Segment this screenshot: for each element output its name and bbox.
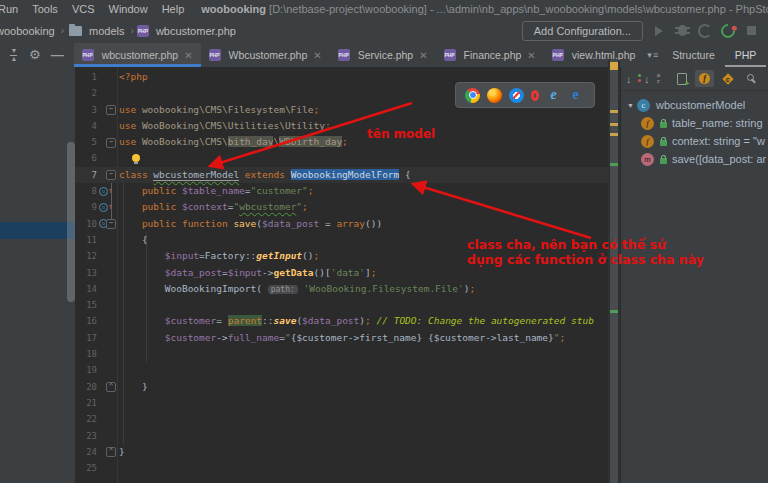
code-line-25[interactable]: 25 <box>75 460 608 476</box>
code-token: full_name <box>228 332 279 343</box>
tree-item[interactable]: msave([data_post: ar <box>621 150 768 168</box>
fold-start-icon[interactable]: − <box>106 170 116 180</box>
tool-tab-php[interactable]: PHP <box>725 43 767 67</box>
chevron-down-icon[interactable]: ▼ <box>627 102 637 109</box>
code-token: $input <box>165 250 199 261</box>
breadcrumb-folder[interactable]: models <box>86 23 127 39</box>
hide-panel-icon[interactable]: — <box>51 50 64 60</box>
code-line-17[interactable]: 17 $customer->full_name="{$customer->fir… <box>75 330 608 346</box>
tree-root-class[interactable]: ▼cwbcustomerModel <box>621 96 768 114</box>
line-number: 10 <box>75 216 99 232</box>
ie-browser-icon[interactable]: e <box>546 88 561 103</box>
class-icon: c <box>637 99 650 112</box>
close-icon[interactable]: ✕ <box>527 50 535 61</box>
code-token: extends <box>245 169 285 180</box>
safari-browser-icon[interactable] <box>509 88 524 103</box>
code-line-21[interactable]: 21 <box>75 395 608 411</box>
firefox-browser-icon[interactable] <box>487 88 502 103</box>
menu-item-tools[interactable]: Tools <box>25 3 65 15</box>
tab-label: view.html.php <box>572 49 636 61</box>
breadcrumb-file[interactable]: wbcustomer.php <box>153 23 239 39</box>
code-line-20[interactable]: 20⌃ } <box>75 379 608 395</box>
override-marker-icon[interactable]: o <box>99 187 108 196</box>
editor-tab-Service.php[interactable]: PHPService.php✕ <box>330 43 436 67</box>
intention-bulb-icon[interactable] <box>132 154 140 162</box>
code-text <box>119 150 608 166</box>
code-line-15[interactable]: 15 <box>75 297 608 313</box>
listen-debug-icon[interactable] <box>721 24 735 38</box>
php-file-icon: PHP <box>552 49 564 61</box>
file-status-warning-mark <box>610 62 618 70</box>
code-text: } <box>119 379 608 395</box>
add-configuration-button[interactable]: Add Configuration... <box>522 21 643 41</box>
hidden-tabs-icon[interactable]: ▾≡ <box>643 43 662 67</box>
project-tool-strip[interactable] <box>0 67 75 483</box>
info-mark <box>610 163 618 166</box>
run-icon[interactable] <box>652 24 666 38</box>
tool-tab-structure[interactable]: Structure <box>662 43 725 67</box>
fold-start-icon[interactable]: − <box>106 105 116 115</box>
show-private-icon[interactable] <box>741 70 760 87</box>
code-line-16[interactable]: 16 $customer= parent::save($data_post); … <box>75 313 608 329</box>
coverage-icon[interactable] <box>698 24 712 38</box>
breadcrumb-project[interactable]: woobooking <box>0 23 58 39</box>
gutter-icons: − <box>99 167 119 183</box>
menu-item-run[interactable]: Run <box>0 3 25 15</box>
project-scrollbar[interactable] <box>67 142 75 302</box>
code-line-24[interactable]: 24⌃} <box>75 444 608 460</box>
show-fields-icon[interactable]: f <box>695 70 714 87</box>
sort-by-visibility-icon[interactable]: ↓ <box>626 72 641 86</box>
gear-icon[interactable]: ⚙ <box>29 49 41 61</box>
code-token: 'data' <box>331 267 365 278</box>
code-line-14[interactable]: 14 WooBookingImport( path: 'WooBooking.F… <box>75 281 608 297</box>
code-line-4[interactable]: 4use WooBooking\CMS\Utilities\Utility; <box>75 118 608 134</box>
code-line-13[interactable]: 13 $data_post=$input->getData()['data']; <box>75 265 608 281</box>
code-line-22[interactable]: 22 <box>75 411 608 427</box>
close-icon[interactable]: ✕ <box>419 50 427 61</box>
editor-tab-Wbcustomer.php[interactable]: PHPWbcustomer.php✕ <box>201 43 330 67</box>
code-line-6[interactable]: 6 <box>75 150 608 166</box>
show-inherited-icon[interactable] <box>672 70 691 87</box>
code-token: save <box>273 315 296 326</box>
sort-alphabetically-icon[interactable]: ↓az <box>644 72 659 86</box>
code-line-5[interactable]: 5−use WooBooking\CMS\bith_day\WBbirth_da… <box>75 134 608 150</box>
code-token <box>119 250 165 261</box>
code-line-23[interactable]: 23 <box>75 428 608 444</box>
gutter-icons: o <box>99 199 119 215</box>
debug-icon[interactable] <box>675 24 689 38</box>
tree-item[interactable]: ftable_name: string <box>621 114 768 132</box>
close-icon[interactable]: ✕ <box>184 50 192 61</box>
close-icon[interactable]: ✕ <box>313 50 321 61</box>
code-line-19[interactable]: 19 <box>75 362 608 378</box>
line-number: 17 <box>75 330 99 346</box>
stop-icon[interactable] <box>744 24 758 38</box>
code-editor[interactable]: 1<?php23−use woobooking\CMS\Filesystem\F… <box>75 67 608 483</box>
code-line-8[interactable]: 8o public $table_name="customer"; <box>75 183 608 199</box>
editor-tab-wbcustomer.php[interactable]: PHPwbcustomer.php✕ <box>74 43 201 67</box>
code-line-9[interactable]: 9o public $context="wbcustomer"; <box>75 199 608 215</box>
code-text: public function save($data_post = array(… <box>119 216 608 232</box>
menu-item-vcs[interactable]: VCS <box>65 3 102 15</box>
fold-start-icon[interactable]: − <box>106 219 116 229</box>
fold-start-icon[interactable]: − <box>106 138 116 148</box>
fold-end-icon[interactable]: ⌃ <box>106 382 116 392</box>
code-line-7[interactable]: 7−class wbcustomerModel extends Woobooki… <box>75 167 608 183</box>
code-line-10[interactable]: 10o− public function save($data_post = a… <box>75 216 608 232</box>
editor-tab-Finance.php[interactable]: PHPFinance.php✕ <box>436 43 544 67</box>
code-text: WooBookingImport( path: 'WooBooking.File… <box>119 281 608 297</box>
code-token: getData <box>273 267 313 278</box>
fold-end-icon[interactable]: ⌃ <box>106 447 116 457</box>
show-constants-icon[interactable]: c <box>718 70 737 87</box>
collapse-tool-icon[interactable] <box>8 49 19 61</box>
opera-browser-icon[interactable] <box>531 90 539 101</box>
chrome-browser-icon[interactable] <box>465 88 480 103</box>
code-line-18[interactable]: 18 <box>75 346 608 362</box>
editor-tab-view.html.php[interactable]: PHPview.html.php <box>544 43 644 67</box>
menu-item-window[interactable]: Window <box>102 3 155 15</box>
menu-item-help[interactable]: Help <box>155 3 192 15</box>
code-token: () <box>302 250 313 261</box>
edge-browser-icon[interactable]: e <box>568 88 583 103</box>
override-marker-icon[interactable]: o <box>99 203 108 212</box>
tree-item[interactable]: fcontext: string = "w <box>621 132 768 150</box>
php-file-icon: PHP <box>82 49 94 61</box>
